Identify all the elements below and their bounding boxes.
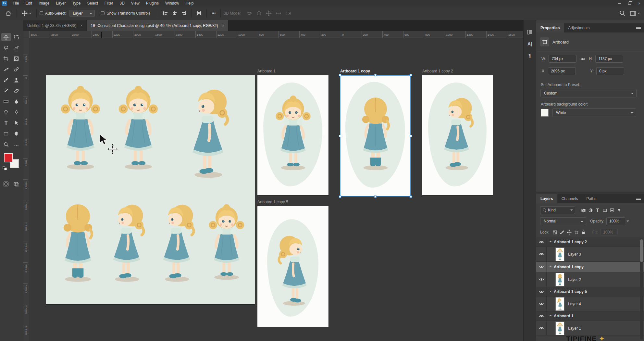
visibility-eye-icon[interactable] [536,237,547,246]
dodge-tool[interactable] [1,108,11,116]
chevron-down-icon[interactable] [549,291,552,293]
menu-item[interactable]: View [128,0,143,6]
artboard-label[interactable]: Artboard 1 [257,69,276,74]
spot-healing-brush-tool[interactable] [12,65,21,73]
tab-properties[interactable]: Properties [536,23,564,32]
tab-channels[interactable]: Channels [557,194,582,203]
layer-row[interactable]: Layer 1 [536,321,644,336]
filter-shape-layers-icon[interactable] [601,207,608,214]
filter-adjustment-layers-icon[interactable] [587,207,594,214]
type-tool[interactable]: T [1,119,11,127]
artboard-bg-color-swatch[interactable] [541,109,549,117]
artboard-label[interactable]: Artboard 1 copy 2 [422,69,453,74]
filter-pixel-layers-icon[interactable] [580,207,587,214]
tab-paths[interactable]: Paths [582,194,601,203]
vertical-ruler[interactable]: 2000200400600800100012001400160018002000… [23,38,29,341]
height-field[interactable]: 1137 px [595,55,623,63]
blend-mode-dropdown[interactable]: Normal [540,217,586,225]
panel-group-icon[interactable] [526,28,534,36]
layer-thumbnail[interactable] [556,297,564,310]
restore-button[interactable] [625,0,634,6]
menu-item[interactable]: Filter [101,0,117,6]
blur-tool[interactable] [12,97,21,105]
filter-type-layers-icon[interactable]: T [594,207,601,214]
minimize-button[interactable] [615,0,625,6]
history-brush-tool[interactable] [1,87,11,95]
ruler-origin-corner[interactable] [23,31,29,38]
visibility-eye-icon[interactable] [536,287,547,296]
layer-group-row[interactable]: Artboard 1 copy 5 [536,287,644,297]
artboard-1[interactable] [257,75,328,195]
eraser-tool[interactable] [12,87,21,95]
horizontal-ruler[interactable]: 3000280026002400220020001800160014001200… [29,31,523,38]
tab-close-icon[interactable]: × [80,23,83,28]
more-tools-button[interactable]: … [12,140,21,148]
auto-select-checkbox[interactable] [40,11,43,15]
filter-kind-dropdown[interactable]: Kind [540,206,575,214]
frame-tool[interactable] [12,55,21,62]
move-tool[interactable] [1,33,11,41]
layer-group-row-selected[interactable]: Artboard 1 copy [536,262,644,272]
align-right-button[interactable] [179,11,188,16]
layers-scrollbar[interactable] [640,238,643,340]
transform-handle[interactable] [374,74,377,76]
pen-tool[interactable] [12,108,21,116]
rectangle-tool[interactable] [1,130,11,137]
artboard-reference-sheet[interactable] [46,75,255,304]
tab-layers[interactable]: Layers [536,194,557,203]
home-button[interactable] [3,10,14,17]
transform-handle[interactable] [339,196,341,198]
menu-item[interactable]: Edit [22,0,35,6]
layer-group-row[interactable]: Artboard 1 copy 2 [536,237,644,247]
panel-menu-icon[interactable] [636,26,641,30]
transform-handle[interactable] [410,135,412,137]
chevron-down-icon[interactable] [549,315,552,318]
layer-row[interactable]: Layer 2 [536,272,644,287]
y-field[interactable]: 0 px [596,67,624,75]
chevron-down-icon[interactable] [549,241,552,244]
transform-handle[interactable] [410,196,412,198]
menu-item[interactable]: Help [182,0,197,6]
x-field[interactable]: 2896 px [548,67,576,75]
artboard-bg-color-dropdown[interactable]: White [552,108,636,117]
menu-item[interactable]: Layer [53,0,69,6]
preset-dropdown[interactable]: Custom [540,89,637,97]
paragraph-panel-icon[interactable]: ¶ [526,51,534,60]
link-dimensions-icon[interactable] [579,55,586,62]
transform-handle[interactable] [339,135,341,137]
canvas[interactable]: Artboard 1 Artboard 1 copy [29,38,523,341]
character-panel-icon[interactable]: A| [526,40,534,48]
lock-transparent-pixels-icon[interactable] [551,229,559,236]
align-center-horizontal-button[interactable] [170,11,179,16]
visibility-eye-icon[interactable] [536,262,547,272]
auto-select-target-dropdown[interactable]: Layer [69,10,95,17]
eyedropper-tool[interactable] [1,65,11,73]
layer-group-row[interactable]: Artboard 1 [536,311,644,321]
tab-close-icon[interactable]: × [222,23,224,28]
visibility-eye-icon[interactable] [536,297,547,311]
artboard-1-copy[interactable] [340,75,411,196]
path-selection-tool[interactable] [12,119,21,127]
screen-mode-button[interactable] [12,180,21,188]
foreground-color-swatch[interactable] [4,153,13,162]
artboard-label[interactable]: Artboard 1 copy 5 [257,200,288,205]
lock-artboard-nesting-icon[interactable] [573,229,580,236]
current-tool-move-icon[interactable] [20,10,33,16]
menu-item[interactable]: 3D [116,0,128,6]
scrollbar-thumb[interactable] [640,239,643,262]
layer-row[interactable]: Layer 3 [536,247,644,262]
lock-image-pixels-icon[interactable] [559,229,566,236]
layer-row[interactable]: Layer 4 [536,297,644,311]
lock-all-icon[interactable] [580,229,587,236]
layer-thumbnail[interactable] [556,248,564,261]
clone-stamp-tool[interactable] [12,76,21,84]
artboard-label-selected[interactable]: Artboard 1 copy [340,69,370,74]
distribute-horizontal-button[interactable] [194,11,204,16]
filter-toggle-pin-icon[interactable] [615,207,623,214]
more-align-options-button[interactable]: ••• [210,11,218,16]
menu-item[interactable]: Window [162,0,182,6]
show-transform-controls-checkbox[interactable] [101,11,105,15]
chevron-down-icon[interactable] [549,266,552,269]
filter-smart-objects-icon[interactable] [608,207,615,214]
layer-thumbnail[interactable] [556,273,564,286]
